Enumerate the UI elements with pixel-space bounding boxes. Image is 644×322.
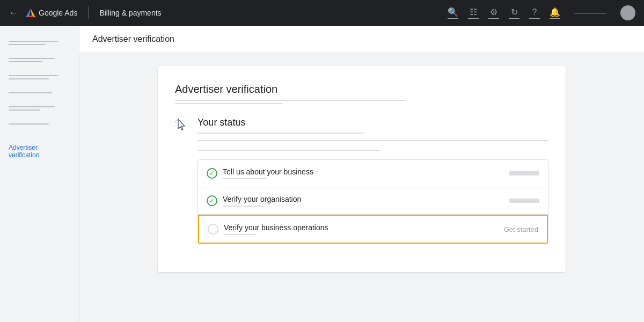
user-name-line [574,13,606,13]
status-content: Your status ✓ Tell us about y [197,117,548,244]
back-button[interactable]: ← [9,8,18,19]
svg-rect-3 [27,16,34,17]
item-sublabel-3 [224,234,256,235]
status-line3 [197,150,380,151]
check-completed-icon-1: ✓ [207,168,217,179]
logo-icon [25,7,36,19]
refresh-icon[interactable]: ↻ [509,7,519,19]
grid-icon[interactable]: ☷ [468,7,479,19]
status-section: Your status ✓ Tell us about y [175,117,548,244]
sidebar-item-6[interactable] [0,117,79,131]
nav-divider [88,6,89,19]
card-title: Advertiser verification [175,83,548,96]
checklist-item-business: ✓ Tell us about your business [198,160,548,187]
card-title-underline2 [175,103,282,104]
top-navigation: ← Google Ads Billing & payments 🔍 ☷ ⚙ ↻ … [0,0,644,26]
verification-checklist: ✓ Tell us about your business [197,159,548,244]
check-completed-icon-2: ✓ [207,195,217,206]
main-content: Advertiser verification Advertiser verif… [79,26,644,322]
page-header: Advertiser verification [79,26,644,53]
cursor-icon [175,118,189,135]
sidebar: Advertiser verification [0,26,79,322]
checklist-item-left-2: ✓ Verify your organisation [207,195,301,207]
app-name-label: Google Ads [39,9,77,17]
sidebar-item-5[interactable] [0,100,79,117]
sidebar-active-line1: Advertiser [9,144,70,151]
item-right-indicator-1 [509,171,539,175]
page-title: Advertiser verification [92,34,631,44]
check-empty-icon-3 [208,224,218,235]
checklist-label-3: Verify your business operations [224,223,328,235]
content-area: Advertiser verification Your status [79,53,644,285]
search-icon[interactable]: 🔍 [448,7,458,19]
svg-line-5 [175,120,177,122]
main-layout: Advertiser verification Advertiser verif… [0,26,644,322]
sidebar-item-advertiser-verification[interactable]: Advertiser verification [0,140,79,163]
checklist-item-left: ✓ Tell us about your business [207,167,313,179]
item-label-line-1 [223,178,266,179]
status-line1 [197,133,364,134]
status-line2 [197,140,548,141]
get-started-button[interactable]: Get started [504,225,538,233]
settings-icon[interactable]: ⚙ [488,7,499,19]
sidebar-item-2[interactable] [0,52,79,69]
sidebar-active-line2: verification [9,151,70,159]
card-title-underline1 [175,100,406,101]
help-icon[interactable]: ? [529,8,540,19]
checklist-label-1: Tell us about your business [223,167,313,179]
nav-icons: 🔍 ☷ ⚙ ↻ ? 🔔 [448,5,635,20]
google-ads-logo: Google Ads [25,7,77,19]
status-title: Your status [197,117,548,128]
checklist-item-operations[interactable]: Verify your business operations Get star… [198,215,548,244]
item-right-indicator-2 [509,199,539,203]
checklist-label-2: Verify your organisation [223,195,301,207]
user-avatar[interactable] [620,5,635,20]
checklist-item-left-3: Verify your business operations [208,223,328,235]
nav-section-label: Billing & payments [99,9,161,17]
sidebar-item-1[interactable] [0,34,79,52]
advertiser-verification-card: Advertiser verification Your status [158,66,566,272]
sidebar-item-4[interactable] [0,86,79,100]
notifications-icon[interactable]: 🔔 [550,7,560,19]
checklist-item-organisation: ✓ Verify your organisation [198,187,548,215]
sidebar-item-3[interactable] [0,69,79,86]
item-label-line-2 [223,206,266,207]
